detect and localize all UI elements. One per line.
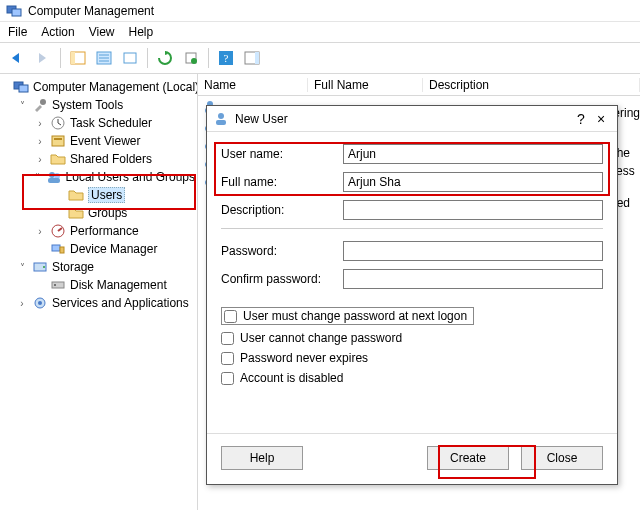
tree-storage[interactable]: ˅ Storage <box>2 258 195 276</box>
tree-label: Task Scheduler <box>70 116 152 130</box>
confirm-password-input[interactable] <box>343 269 603 289</box>
dialog-body: User name: Full name: Description: Passw… <box>207 132 617 433</box>
tree-disk-management[interactable]: · Disk Management <box>2 276 195 294</box>
new-user-dialog: New User ? × User name: Full name: Descr… <box>206 105 618 485</box>
fullname-input[interactable] <box>343 172 603 192</box>
svg-text:?: ? <box>224 52 229 64</box>
svg-point-32 <box>38 301 42 305</box>
tree-label: Storage <box>52 260 94 274</box>
collapse-icon[interactable]: ˅ <box>34 172 42 183</box>
tree-pane: ▾ Computer Management (Local) ˅ System T… <box>0 74 198 510</box>
tree-label: Disk Management <box>70 278 167 292</box>
gear-icon <box>32 295 48 311</box>
tree-label: Event Viewer <box>70 134 140 148</box>
back-button[interactable] <box>6 47 28 69</box>
help-button[interactable]: ? <box>215 47 237 69</box>
svg-rect-14 <box>255 52 259 64</box>
expand-icon[interactable]: › <box>16 298 28 309</box>
tree-system-tools[interactable]: ˅ System Tools <box>2 96 195 114</box>
close-button[interactable]: Close <box>521 446 603 470</box>
tree-device-manager[interactable]: · Device Manager <box>2 240 195 258</box>
storage-icon <box>32 259 48 275</box>
tree-users[interactable]: · Users <box>2 186 195 204</box>
toolbar-separator <box>60 48 61 68</box>
tree-local-users-groups[interactable]: ˅ Local Users and Groups <box>2 168 195 186</box>
menubar: File Action View Help <box>0 22 640 43</box>
password-input[interactable] <box>343 241 603 261</box>
help-button[interactable]: Help <box>221 446 303 470</box>
collapse-icon[interactable]: ˅ <box>16 262 28 273</box>
disabled-label: Account is disabled <box>240 371 343 385</box>
username-label: User name: <box>221 147 343 161</box>
collapse-icon[interactable]: ˅ <box>16 100 28 111</box>
svg-point-17 <box>40 99 46 105</box>
tree-root-label: Computer Management (Local) <box>33 80 198 94</box>
actions-pane-button[interactable] <box>241 47 263 69</box>
password-label: Password: <box>221 244 343 258</box>
must-change-checkbox[interactable] <box>224 310 237 323</box>
menu-action[interactable]: Action <box>41 25 74 39</box>
tools-icon <box>32 97 48 113</box>
svg-rect-20 <box>54 138 62 140</box>
svg-rect-23 <box>48 178 60 183</box>
tree-event-viewer[interactable]: › Event Viewer <box>2 132 195 150</box>
tree-groups[interactable]: · Groups <box>2 204 195 222</box>
tree-root[interactable]: ▾ Computer Management (Local) <box>2 78 195 96</box>
col-description[interactable]: Description <box>423 78 640 92</box>
dialog-help-button[interactable]: ? <box>571 111 591 127</box>
tree-label: Local Users and Groups <box>66 170 195 184</box>
tree-task-scheduler[interactable]: › Task Scheduler <box>2 114 195 132</box>
export-button[interactable] <box>119 47 141 69</box>
tree-label: Services and Applications <box>52 296 189 310</box>
description-input[interactable] <box>343 200 603 220</box>
computer-icon <box>13 79 29 95</box>
tree-label: Performance <box>70 224 139 238</box>
create-button[interactable]: Create <box>427 446 509 470</box>
svg-rect-8 <box>124 53 136 63</box>
svg-rect-29 <box>52 282 64 288</box>
user-icon <box>213 111 229 127</box>
col-name[interactable]: Name <box>198 78 308 92</box>
expand-icon[interactable]: › <box>34 136 46 147</box>
description-label: Description: <box>221 203 343 217</box>
forward-button[interactable] <box>32 47 54 69</box>
disabled-checkbox[interactable] <box>221 372 234 385</box>
never-expires-checkbox[interactable] <box>221 352 234 365</box>
col-fullname[interactable]: Full Name <box>308 78 423 92</box>
tool-button[interactable] <box>180 47 202 69</box>
dialog-title: New User <box>235 112 288 126</box>
properties-button[interactable] <box>93 47 115 69</box>
folder-icon <box>50 151 66 167</box>
folder-icon <box>68 205 84 221</box>
menu-help[interactable]: Help <box>129 25 154 39</box>
toolbar-separator <box>147 48 148 68</box>
svg-point-28 <box>43 266 45 268</box>
expand-icon[interactable]: › <box>34 154 46 165</box>
tree-services-apps[interactable]: › Services and Applications <box>2 294 195 312</box>
clock-icon <box>50 115 66 131</box>
svg-rect-44 <box>216 120 226 125</box>
disk-icon <box>50 277 66 293</box>
svg-rect-26 <box>60 247 64 253</box>
expand-icon[interactable]: › <box>34 118 46 129</box>
menu-file[interactable]: File <box>8 25 27 39</box>
dialog-close-button[interactable]: × <box>591 111 611 127</box>
svg-point-30 <box>54 284 56 286</box>
svg-point-10 <box>191 58 197 64</box>
toolbar-separator <box>208 48 209 68</box>
cannot-change-checkbox[interactable] <box>221 332 234 345</box>
tree-label: System Tools <box>52 98 123 112</box>
refresh-button[interactable] <box>154 47 176 69</box>
expand-icon[interactable]: › <box>34 226 46 237</box>
must-change-label: User must change password at next logon <box>243 309 467 323</box>
list-header: Name Full Name Description <box>198 74 640 96</box>
svg-point-43 <box>218 113 224 119</box>
show-hide-pane-button[interactable] <box>67 47 89 69</box>
dialog-button-row: Help Create Close <box>207 433 617 484</box>
menu-view[interactable]: View <box>89 25 115 39</box>
device-icon <box>50 241 66 257</box>
tree-shared-folders[interactable]: › Shared Folders <box>2 150 195 168</box>
tree-performance[interactable]: › Performance <box>2 222 195 240</box>
confirm-password-label: Confirm password: <box>221 272 343 286</box>
username-input[interactable] <box>343 144 603 164</box>
